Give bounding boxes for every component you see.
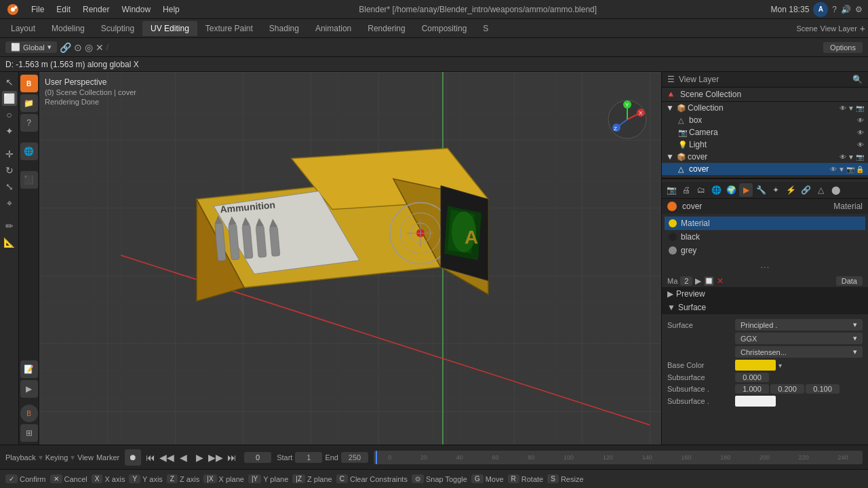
timeline-scrubber[interactable]: 0 20 40 60 80 100 120 140 160 180 200 22… <box>374 451 863 464</box>
filter-icon-0[interactable]: ▼ <box>848 105 854 112</box>
blender-small-icon[interactable]: B <box>20 405 38 422</box>
ggx-dropdown[interactable]: GGX <box>735 333 863 344</box>
current-frame-display[interactable]: 0 <box>244 452 271 463</box>
view-layer-props-icon[interactable]: 🗂 <box>694 183 708 197</box>
physics-props-icon[interactable]: ⚡ <box>784 183 797 197</box>
edit-menu[interactable]: Edit <box>51 3 76 16</box>
material-item-0[interactable]: Material <box>665 217 865 230</box>
subsurface2-val3[interactable]: 0.100 <box>806 384 840 394</box>
tab-layout[interactable]: Layout <box>3 21 43 36</box>
filter-icon-4[interactable]: ▼ <box>848 153 854 161</box>
tab-rendering[interactable]: Rendering <box>359 21 413 36</box>
mode-select[interactable]: ⬜ Global ▾ <box>5 41 57 53</box>
select-lasso-tool[interactable]: ✦ <box>2 124 17 138</box>
render-icon-0[interactable]: 📷 <box>856 105 864 112</box>
timeline-record-button[interactable]: ⏺ <box>125 449 141 466</box>
christensen-dropdown[interactable]: Christensen... <box>735 346 863 358</box>
constraints-props-icon[interactable]: 🔗 <box>799 183 812 197</box>
filter-icon-5[interactable]: ▼ <box>838 166 845 173</box>
view-label[interactable]: View <box>77 453 94 462</box>
surface-section-header[interactable]: ▼ Surface <box>662 301 868 314</box>
tab-uv-editing[interactable]: UV Editing <box>142 21 197 36</box>
subsurface3-swatch[interactable] <box>735 396 776 407</box>
tab-compositing[interactable]: Compositing <box>414 21 475 36</box>
window-menu[interactable]: Window <box>116 3 156 16</box>
terminal-icon[interactable]: ▶ <box>20 380 38 398</box>
scale-tool[interactable]: ⤡ <box>2 179 17 194</box>
render-menu[interactable]: Render <box>77 3 115 16</box>
output-props-icon[interactable]: 🖨 <box>679 183 693 197</box>
tab-sculpting[interactable]: Sculpting <box>93 21 142 36</box>
select-circle-tool[interactable]: ○ <box>2 107 17 122</box>
material-item-1[interactable]: black <box>665 230 865 244</box>
help-menu[interactable]: Help <box>157 3 185 16</box>
tree-cover-mesh[interactable]: △ cover 👁 ▼ 📷 🔒 <box>662 163 868 175</box>
render-props-icon[interactable]: 📷 <box>665 183 678 197</box>
transform-tool[interactable]: ⌖ <box>2 195 17 210</box>
measure-tool[interactable]: 📐 <box>2 235 17 250</box>
end-frame[interactable]: 250 <box>341 452 368 463</box>
extra-icon-5[interactable]: 🔒 <box>856 166 864 173</box>
render-icon-5[interactable]: 📷 <box>846 166 854 173</box>
chrome-icon[interactable]: 🌐 <box>20 143 38 160</box>
world-props-icon[interactable]: 🌍 <box>724 183 738 197</box>
help-icon[interactable]: ? <box>832 5 837 14</box>
next-keyframe-button[interactable]: ▶▶ <box>209 451 222 464</box>
subsurface2-val1[interactable]: 1.000 <box>735 384 769 394</box>
slot-number[interactable]: 2 <box>680 276 692 286</box>
rotate-tool[interactable]: ↻ <box>2 163 17 178</box>
files-icon[interactable]: 📁 <box>20 94 38 112</box>
vscode-icon[interactable]: ⬛ <box>20 171 38 189</box>
data-button[interactable]: Data <box>836 276 863 286</box>
data-props-icon[interactable]: △ <box>814 183 827 197</box>
visibility-icon-5[interactable]: 👁 <box>830 166 837 173</box>
settings-icon[interactable]: ⚙ <box>855 5 863 14</box>
navigation-gizmo[interactable]: X Y Z <box>607 99 648 140</box>
tree-box-item[interactable]: △ box 👁 <box>662 114 868 126</box>
speaker-icon[interactable]: 🔊 <box>841 5 851 14</box>
render-icon-4[interactable]: 📷 <box>856 153 864 161</box>
tab-modeling[interactable]: Modeling <box>43 21 93 36</box>
visibility-icon-3[interactable]: 👁 <box>857 141 864 149</box>
tab-texture-paint[interactable]: Texture Paint <box>197 21 261 36</box>
visibility-icon-1[interactable]: 👁 <box>857 117 864 124</box>
particles-props-icon[interactable]: ✦ <box>769 183 783 197</box>
visibility-icon-4[interactable]: 👁 <box>840 153 846 161</box>
prev-frame-button[interactable]: ◀◀ <box>160 451 174 464</box>
play-button[interactable]: ▶ <box>193 451 206 464</box>
preview-section-header[interactable]: ▶ Preview <box>662 287 868 301</box>
tree-camera-item[interactable]: 📷 Camera 👁 <box>662 126 868 138</box>
outliner-filter-icon[interactable]: 🔍 <box>852 75 863 84</box>
base-color-swatch[interactable] <box>735 360 776 371</box>
proportional-icon[interactable]: ◎ <box>85 42 93 53</box>
visibility-icon-2[interactable]: 👁 <box>857 129 864 136</box>
tab-scripting[interactable]: S <box>475 21 496 36</box>
material-props-icon[interactable]: ⬤ <box>829 183 842 197</box>
start-frame[interactable]: 1 <box>295 452 322 463</box>
subsurface2-val2[interactable]: 0.200 <box>770 384 804 394</box>
link-icon[interactable]: 🔗 <box>60 42 71 53</box>
playback-label[interactable]: Playback <box>5 453 36 462</box>
material-item-2[interactable]: grey <box>665 244 865 257</box>
annotate-tool[interactable]: ✏ <box>2 219 17 233</box>
jump-start-button[interactable]: ⏮ <box>144 451 157 464</box>
base-color-expand-icon[interactable]: ▾ <box>778 362 782 369</box>
add-workspace-icon[interactable]: + <box>860 23 865 34</box>
slot-delete-icon[interactable]: ✕ <box>717 276 724 286</box>
tree-cover-collection[interactable]: ▼ 📦 cover 👁 ▼ 📷 <box>662 151 868 163</box>
scene-props-icon[interactable]: 🌐 <box>709 183 723 197</box>
slot-down-icon[interactable]: 🔲 <box>704 276 714 286</box>
blender-icon[interactable]: B <box>20 75 38 92</box>
object-props-icon[interactable]: ▶ <box>739 183 753 197</box>
help-app-icon[interactable]: ? <box>20 114 38 132</box>
tab-animation[interactable]: Animation <box>307 21 359 36</box>
notepad-icon[interactable]: 📝 <box>20 360 38 378</box>
modifier-props-icon[interactable]: 🔧 <box>754 183 768 197</box>
visibility-icon-0[interactable]: 👁 <box>840 105 846 112</box>
tree-collection-item[interactable]: ▼ 📦 Collection 👁 ▼ 📷 <box>662 102 868 114</box>
move-tool[interactable]: ✛ <box>2 147 17 162</box>
viewport[interactable]: User Perspective (0) Scene Collection | … <box>39 72 661 445</box>
scene-collection-row[interactable]: 🔺 Scene Collection <box>662 88 868 102</box>
tree-light-item[interactable]: 💡 Light 👁 <box>662 138 868 151</box>
file-menu[interactable]: File <box>26 3 50 16</box>
